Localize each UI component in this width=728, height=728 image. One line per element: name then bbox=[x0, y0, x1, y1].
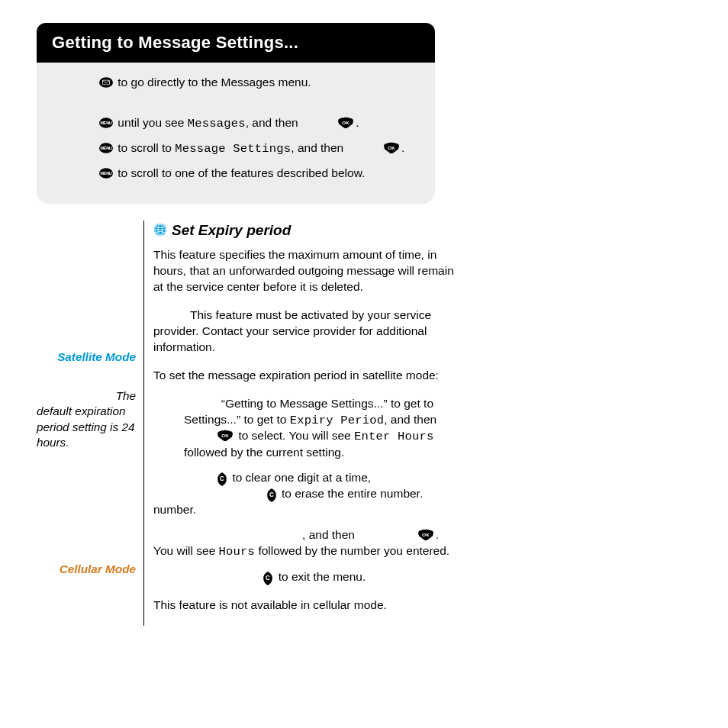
instruction-text: until you see bbox=[114, 116, 188, 129]
step-text: followed by the current setting. bbox=[184, 446, 344, 459]
step-text: “Getting to Message Settings...” to get … bbox=[184, 396, 464, 412]
section-heading: Set Expiry period bbox=[153, 221, 464, 240]
step-text: Settings...” to get to bbox=[184, 413, 290, 426]
lcd-text: Messages bbox=[188, 117, 246, 130]
manual-page: Getting to Message Settings... to go dir… bbox=[0, 0, 728, 626]
menu-icon bbox=[99, 143, 114, 155]
lcd-text: Message Settings bbox=[175, 142, 291, 156]
step-text: to erase the entire number. bbox=[279, 487, 424, 500]
c-icon bbox=[266, 488, 279, 501]
step-text: , and then bbox=[384, 413, 436, 426]
menu-icon bbox=[99, 168, 114, 180]
step: Settings...” to get to Expiry Period, an… bbox=[184, 412, 464, 462]
paragraph: This feature is not available in cellula… bbox=[153, 598, 464, 614]
envelope-icon bbox=[99, 77, 114, 89]
paragraph: This feature must be activated by your s… bbox=[153, 308, 464, 356]
c-icon bbox=[263, 572, 275, 584]
instruction-text: , and then bbox=[291, 141, 346, 154]
paragraph: To set the message expiration period in … bbox=[153, 368, 464, 384]
step: , and then . You will see Hours followed… bbox=[184, 527, 464, 560]
instruction-text: to scroll to bbox=[114, 141, 175, 154]
step-text: You will see Hours followed by the numbe… bbox=[153, 543, 464, 560]
instruction-text: to scroll to one of the features describ… bbox=[114, 166, 365, 179]
c-icon bbox=[217, 472, 229, 485]
main-content: Set Expiry period This feature specifies… bbox=[144, 221, 464, 626]
instruction-row: until you see Messages, and then . bbox=[99, 112, 412, 134]
step: “Getting to Message Settings...” to get … bbox=[184, 396, 464, 412]
ok-icon bbox=[337, 117, 356, 129]
page-title: Getting to Message Settings... bbox=[37, 23, 435, 63]
page-title-text: Getting to Message Settings... bbox=[52, 33, 298, 52]
content-area: Satellite Mode The default expiration pe… bbox=[37, 221, 464, 626]
note-first-word: The bbox=[37, 388, 136, 404]
instruction-row: to scroll to Message Settings, and then … bbox=[99, 137, 412, 159]
satellite-mode-label: Satellite Mode bbox=[37, 350, 136, 364]
section-heading-text: Set Expiry period bbox=[172, 221, 291, 240]
instruction-row: to scroll to one of the features describ… bbox=[99, 163, 412, 183]
instruction-text: to go directly to the Messages menu. bbox=[114, 76, 311, 89]
ok-icon bbox=[217, 430, 235, 442]
globe-icon bbox=[153, 223, 167, 237]
step-text: . bbox=[436, 528, 439, 541]
instruction-row: to go directly to the Messages menu. bbox=[99, 72, 412, 92]
lcd-text: Enter Hours bbox=[354, 430, 434, 443]
step-text: to exit the menu. bbox=[275, 570, 366, 583]
cellular-mode-label: Cellular Mode bbox=[37, 562, 136, 576]
ok-icon bbox=[417, 529, 436, 541]
step-text: number. bbox=[153, 502, 464, 518]
period-text: . bbox=[356, 116, 359, 129]
step-text: to clear one digit at a time, bbox=[229, 471, 371, 484]
paragraph-text: This feature must be activated by your s… bbox=[153, 308, 464, 356]
sidebar: Satellite Mode The default expiration pe… bbox=[37, 221, 144, 626]
step-text: , and then bbox=[302, 528, 358, 541]
instruction-text: , and then bbox=[246, 116, 301, 129]
navigation-instructions: to go directly to the Messages menu. unt… bbox=[37, 63, 435, 204]
step-text: to select. You will see bbox=[235, 429, 354, 442]
sidebar-note: The default expiration period setting is… bbox=[37, 388, 136, 452]
menu-icon bbox=[99, 118, 114, 130]
note-rest: default expiration period setting is 24 … bbox=[37, 404, 134, 449]
ok-icon bbox=[383, 142, 401, 154]
step: to exit the menu. bbox=[184, 569, 464, 585]
lcd-text: Expiry Period bbox=[290, 414, 385, 427]
paragraph: This feature specifies the maximum amoun… bbox=[153, 247, 464, 295]
step: to clear one digit at a time, to erase t… bbox=[184, 470, 464, 518]
period-text: . bbox=[401, 141, 404, 154]
steps-list: “Getting to Message Settings...” to get … bbox=[153, 396, 464, 585]
